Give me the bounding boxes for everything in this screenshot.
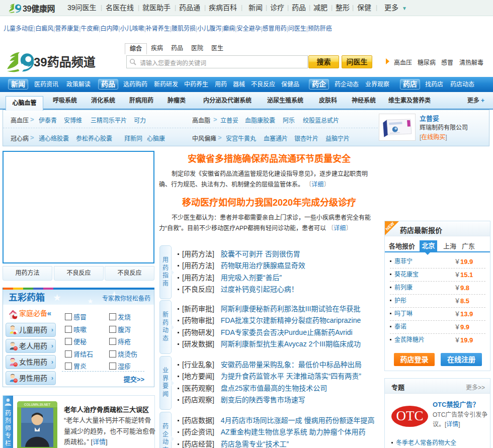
svg-text:COLUMN.39.NET: COLUMN.39.NET <box>24 403 50 406</box>
